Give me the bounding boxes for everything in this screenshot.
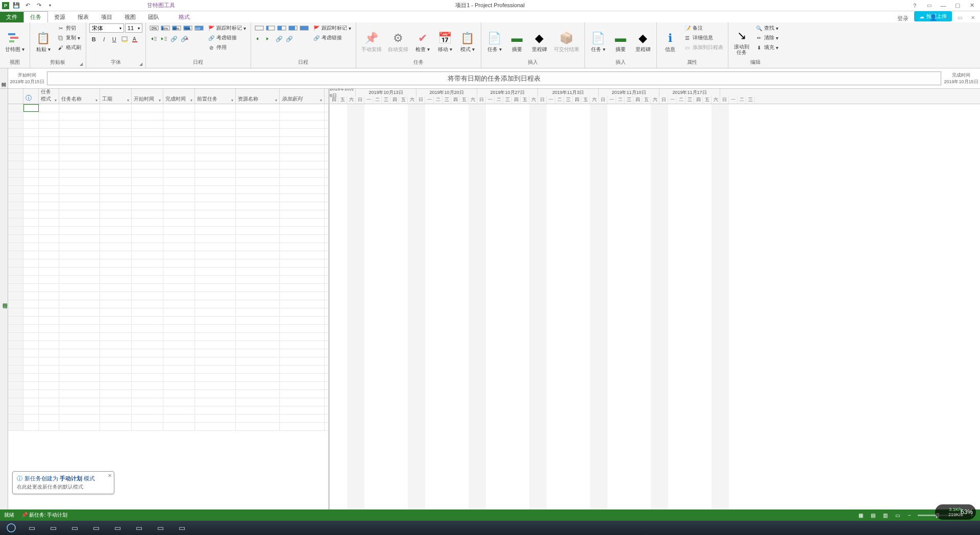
- add-to-timeline-button[interactable]: ▭添加到日程表: [682, 43, 725, 52]
- taskbar-app-1[interactable]: ▭: [21, 522, 42, 534]
- insert-task-button[interactable]: 📄 任务 ▾: [484, 23, 505, 59]
- font-launcher-icon[interactable]: ◢: [139, 62, 144, 67]
- column-header[interactable]: 资源名称▾: [236, 89, 280, 104]
- indent2-button[interactable]: [264, 34, 274, 43]
- track-mark-button[interactable]: 🚩跟踪时标记 ▾: [206, 23, 248, 33]
- gantt-body[interactable]: [330, 104, 980, 509]
- auto-schedule-button[interactable]: ⚙ 自动安排: [386, 23, 410, 59]
- pct-75-button[interactable]: 75%: [183, 23, 193, 33]
- taskbar-app-6[interactable]: ▭: [129, 522, 149, 534]
- status-new-task-mode[interactable]: 📌 新任务: 手动计划: [21, 512, 67, 519]
- grid-row[interactable]: [8, 243, 328, 251]
- unlink-tasks-button[interactable]: 🔗✕: [180, 34, 189, 43]
- pct2-50-button[interactable]: [277, 23, 287, 33]
- insert2-summary-button[interactable]: ▬ 摘要: [610, 23, 631, 59]
- view-usage-icon[interactable]: ▤: [869, 511, 877, 519]
- pct2-0-button[interactable]: [254, 23, 264, 33]
- column-header[interactable]: 任务 模式▾: [39, 89, 59, 104]
- respect-links2-button[interactable]: 🔗考虑链接: [311, 33, 353, 42]
- inactivate-button[interactable]: ⊘停用: [206, 43, 248, 52]
- details-button[interactable]: ☰详细信息: [682, 33, 725, 42]
- font-color-button[interactable]: A: [130, 35, 139, 44]
- taskbar-app-7[interactable]: ▭: [150, 522, 170, 534]
- unlink2-button[interactable]: 🔗: [285, 34, 294, 43]
- taskbar-app-5[interactable]: ▭: [107, 522, 128, 534]
- cut-button[interactable]: ✂剪切: [56, 23, 83, 33]
- minimize-button[interactable]: —: [938, 1, 948, 11]
- grid-row[interactable]: [8, 366, 328, 374]
- qat-save-icon[interactable]: 💾: [12, 2, 20, 10]
- grid-row[interactable]: [8, 341, 328, 349]
- view-gantt-icon[interactable]: ▦: [856, 511, 865, 519]
- insert-milestone-button[interactable]: ◆ 里程碑: [529, 23, 550, 59]
- grid-row[interactable]: [8, 161, 328, 169]
- paste-button[interactable]: 📋 粘贴 ▾: [33, 23, 54, 59]
- grid-row[interactable]: [8, 292, 328, 300]
- grid-row[interactable]: [8, 227, 328, 235]
- scroll-to-task-button[interactable]: ↘ 滚动到 任务: [731, 23, 752, 59]
- taskbar-app-3[interactable]: ▭: [64, 522, 85, 534]
- outdent2-button[interactable]: [254, 34, 263, 43]
- grid-row[interactable]: [8, 210, 328, 218]
- grid-row[interactable]: [8, 374, 328, 382]
- pct-25-button[interactable]: 25%: [160, 23, 170, 33]
- grid-row[interactable]: [8, 145, 328, 153]
- indent-button[interactable]: [159, 34, 168, 43]
- grid-row[interactable]: [8, 169, 328, 178]
- column-header[interactable]: ⓘ: [23, 89, 39, 104]
- grid-row[interactable]: [8, 112, 328, 120]
- sub-minimize-button[interactable]: —: [941, 12, 951, 22]
- column-header[interactable]: 任务名称▾: [59, 89, 100, 104]
- grid-row[interactable]: [8, 357, 328, 366]
- ribbon-options-icon[interactable]: ▭: [924, 1, 934, 11]
- tab-view[interactable]: 视图: [118, 12, 142, 22]
- grid-row[interactable]: [8, 251, 328, 259]
- taskbar-app-2[interactable]: ▭: [43, 522, 63, 534]
- grid-row[interactable]: [8, 129, 328, 137]
- grid-row[interactable]: [8, 308, 328, 317]
- grid-row[interactable]: [8, 268, 328, 276]
- pct2-25-button[interactable]: [265, 23, 276, 33]
- grid-row[interactable]: [8, 325, 328, 333]
- grid-rows[interactable]: [8, 104, 328, 509]
- popup-close-icon[interactable]: ✕: [108, 473, 112, 478]
- format-painter-button[interactable]: 🖌格式刷: [56, 43, 83, 52]
- user-icon[interactable]: 👤: [928, 12, 938, 22]
- pct-50-button[interactable]: 50%: [172, 23, 182, 33]
- font-size-dropdown[interactable]: 11▾: [125, 23, 142, 33]
- start-button[interactable]: [2, 522, 20, 534]
- underline-button[interactable]: U: [110, 35, 119, 44]
- font-name-dropdown[interactable]: 宋体▾: [89, 23, 124, 33]
- mode-button[interactable]: 📋 模式 ▾: [457, 23, 478, 59]
- taskbar-app-4[interactable]: ▭: [86, 522, 106, 534]
- link2-button[interactable]: 🔗: [275, 34, 284, 43]
- grid-row[interactable]: [8, 382, 328, 390]
- grid-row[interactable]: [8, 104, 328, 112]
- view-network-icon[interactable]: ▥: [881, 511, 889, 519]
- manual-schedule-button[interactable]: 📌 手动安排: [359, 23, 384, 59]
- copy-button[interactable]: ⿻复制 ▾: [56, 33, 83, 42]
- grid-row[interactable]: [8, 300, 328, 308]
- column-header[interactable]: 开始时间▾: [132, 89, 163, 104]
- tab-format[interactable]: 格式: [173, 12, 196, 22]
- column-header[interactable]: 工期▾: [100, 89, 132, 104]
- grid-row[interactable]: [8, 423, 328, 431]
- bold-button[interactable]: B: [89, 35, 99, 44]
- fill-color-button[interactable]: [120, 35, 129, 44]
- grid-row[interactable]: [8, 194, 328, 202]
- find-button[interactable]: 🔍查找 ▾: [754, 23, 780, 33]
- inspect-button[interactable]: ✔ 检查 ▾: [412, 23, 433, 59]
- pct2-75-button[interactable]: [288, 23, 298, 33]
- grid-row[interactable]: [8, 153, 328, 161]
- respect-links-button[interactable]: 🔗考虑链接: [206, 33, 248, 42]
- sub-restore-button[interactable]: ▭: [954, 12, 965, 22]
- column-header[interactable]: 前置任务▾: [195, 89, 236, 104]
- link-tasks-button[interactable]: 🔗: [169, 34, 179, 43]
- grid-row[interactable]: [8, 218, 328, 227]
- maximize-button[interactable]: ▢: [952, 1, 963, 11]
- clipboard-launcher-icon[interactable]: ◢: [80, 62, 85, 67]
- grid-row[interactable]: [8, 406, 328, 415]
- grid-row[interactable]: [8, 202, 328, 210]
- fill-button[interactable]: ⬇填充 ▾: [754, 43, 780, 52]
- grid-row[interactable]: [8, 259, 328, 268]
